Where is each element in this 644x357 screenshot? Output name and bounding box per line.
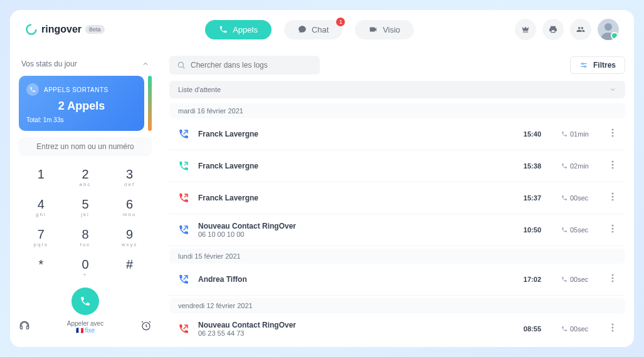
dial-key-number: 1 <box>19 167 63 182</box>
filters-button[interactable]: Filtres <box>570 56 625 74</box>
svg-point-14 <box>612 164 614 166</box>
tab-visio[interactable]: Visio <box>355 20 414 39</box>
log-menu-button[interactable] <box>609 158 616 174</box>
log-menu-button[interactable] <box>609 222 616 238</box>
call-log-row[interactable]: Andrea Tiffon17:0200sec <box>169 264 625 296</box>
log-duration: 00sec <box>561 194 593 202</box>
log-time: 15:40 <box>524 130 541 138</box>
svg-point-13 <box>612 161 614 163</box>
dial-key-7[interactable]: 7pqrs <box>19 222 63 252</box>
users-button[interactable] <box>570 19 591 40</box>
call-log-row[interactable]: Franck Lavergne15:3802min <box>169 150 625 182</box>
outgoing-call-icon <box>26 83 39 96</box>
dial-key-number: * <box>19 257 63 272</box>
dial-key-number: 0 <box>63 257 108 272</box>
call-with[interactable]: Appeler avec 🇫🇷 fixe <box>67 320 103 334</box>
log-name: Franck Lavergne <box>198 194 515 202</box>
log-menu-button[interactable] <box>609 321 616 337</box>
phone-icon <box>80 296 91 307</box>
dial-key-number: 6 <box>107 197 152 212</box>
stats-title: Vos stats du jour <box>21 59 77 68</box>
phone-icon <box>219 25 228 34</box>
stats-total: Total: 1m 33s <box>26 116 137 123</box>
filter-icon <box>579 61 588 70</box>
dial-key-4[interactable]: 4ghi <box>19 192 63 222</box>
log-name: Franck Lavergne <box>198 130 515 138</box>
svg-point-24 <box>612 281 614 282</box>
log-time: 10:50 <box>524 226 541 234</box>
date-separator: vendredi 12 février 2021 <box>169 298 625 313</box>
print-button[interactable] <box>542 19 564 40</box>
dial-key-number: 5 <box>63 197 108 212</box>
log-menu-button[interactable] <box>609 190 616 206</box>
dial-key-letters: abc <box>63 182 108 187</box>
more-vertical-icon <box>611 323 614 332</box>
log-time: 17:02 <box>524 276 541 283</box>
dial-key-*[interactable]: * <box>19 252 63 282</box>
svg-point-21 <box>612 231 614 233</box>
search-input[interactable] <box>191 61 312 70</box>
dial-key-9[interactable]: 9wxyz <box>107 222 152 252</box>
dial-key-6[interactable]: 6mno <box>107 192 152 222</box>
log-menu-button[interactable] <box>609 271 616 287</box>
stats-toggle[interactable]: Vos stats du jour <box>19 56 152 72</box>
log-duration: 05sec <box>561 226 593 234</box>
users-icon <box>576 25 585 34</box>
more-vertical-icon <box>611 224 614 233</box>
stats-card[interactable]: APPELS SORTANTS 2 Appels Total: 1m 33s <box>19 76 144 131</box>
phone-icon <box>561 276 567 282</box>
svg-point-27 <box>612 330 614 332</box>
call-direction-icon <box>178 192 189 204</box>
dial-key-8[interactable]: 8tuv <box>63 222 108 252</box>
call-log-row[interactable]: Franck Lavergne15:3700sec <box>169 182 625 214</box>
headset-button[interactable] <box>19 320 30 334</box>
phone-icon <box>561 163 567 169</box>
print-icon <box>549 25 557 34</box>
chat-icon <box>298 25 307 34</box>
log-duration: 00sec <box>561 325 593 333</box>
call-log-row[interactable]: Franck Lavergne15:4001min <box>169 118 625 150</box>
waitlist-bar[interactable]: Liste d'attente <box>169 81 625 98</box>
dial-key-number: # <box>107 257 152 272</box>
dial-key-2[interactable]: 2abc <box>63 162 108 192</box>
clock-button[interactable] <box>140 320 152 334</box>
dial-input[interactable] <box>19 137 152 156</box>
svg-point-8 <box>582 63 583 65</box>
dial-key-number: 8 <box>63 227 108 242</box>
phone-icon <box>561 227 567 233</box>
headset-icon <box>19 320 30 331</box>
svg-point-18 <box>612 199 614 201</box>
call-log-row[interactable]: Nouveau Contact RingOver06 23 55 44 7308… <box>169 313 625 341</box>
dial-key-3[interactable]: 3def <box>107 162 152 192</box>
dial-key-#[interactable]: # <box>107 252 152 282</box>
call-log-row[interactable]: Nouveau Contact RingOver06 10 00 10 0010… <box>169 214 625 246</box>
log-menu-button[interactable] <box>609 126 616 142</box>
dial-key-letters: mno <box>107 212 152 217</box>
log-number: 06 23 55 44 73 <box>198 329 515 337</box>
svg-point-10 <box>612 129 614 131</box>
dial-key-1[interactable]: 1 <box>19 162 63 192</box>
dial-key-letters: def <box>107 182 152 187</box>
log-time: 08:55 <box>524 325 541 333</box>
filters-label: Filtres <box>593 61 616 70</box>
dial-key-letters: pqrs <box>19 242 63 247</box>
stats-gradient-edge <box>148 76 152 131</box>
tab-calls[interactable]: Appels <box>205 20 272 39</box>
log-name: Franck Lavergne <box>198 162 515 170</box>
log-name: Andrea Tiffon <box>198 275 515 284</box>
svg-point-11 <box>612 132 614 134</box>
dial-key-5[interactable]: 5jkl <box>63 192 108 222</box>
crown-button[interactable] <box>515 19 536 40</box>
tab-chat[interactable]: Chat 1 <box>284 20 342 39</box>
dial-key-0[interactable]: 0+ <box>63 252 108 282</box>
logo[interactable]: ringover Beta <box>25 23 105 36</box>
tab-visio-label: Visio <box>383 25 400 34</box>
date-separator: mardi 16 février 2021 <box>169 103 625 118</box>
phone-icon <box>561 326 567 332</box>
avatar[interactable] <box>598 19 619 40</box>
dial-key-letters: ghi <box>19 212 63 217</box>
log-time: 15:37 <box>524 194 541 202</box>
dial-key-letters: wxyz <box>107 242 152 247</box>
call-button[interactable] <box>71 287 99 315</box>
search-box[interactable] <box>169 56 320 75</box>
